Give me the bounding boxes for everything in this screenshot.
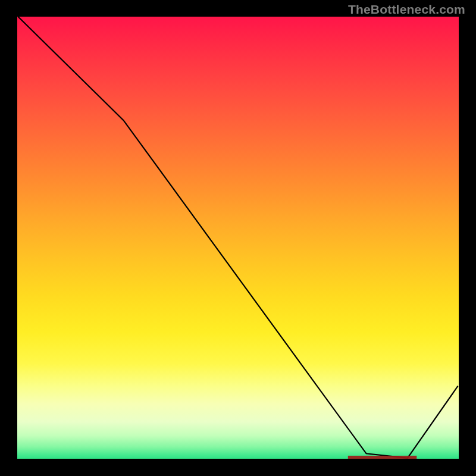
chart-gradient-background	[9, 17, 467, 467]
chart-frame	[9, 17, 467, 467]
watermark-text: TheBottleneck.com	[348, 2, 465, 17]
